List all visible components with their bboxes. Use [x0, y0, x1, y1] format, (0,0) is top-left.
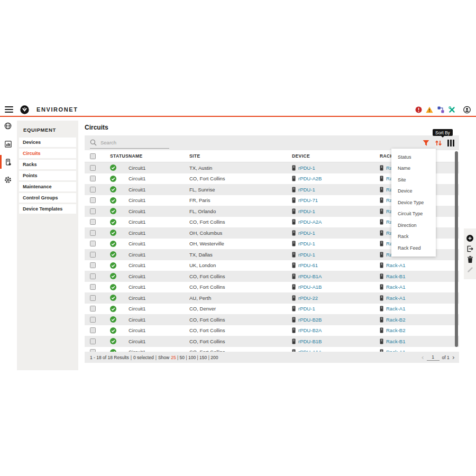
row-checkbox[interactable] [90, 306, 96, 312]
row-checkbox[interactable] [90, 252, 96, 258]
table-row[interactable]: Circuit1 CO, Fort Collins rPDU-A1A Rack-… [85, 347, 459, 352]
table-row[interactable]: Circuit1 CO, Fort Collins rPDU-B1B Rack-… [85, 336, 459, 347]
row-checkbox[interactable] [90, 327, 96, 333]
table-row[interactable]: Circuit1 UK, London rPDU-61 Rack-A1 [85, 260, 459, 271]
device-link[interactable]: rPDU-1 [298, 208, 315, 214]
sort-option-rack[interactable]: Rack [391, 231, 436, 243]
nav-globe-icon[interactable] [0, 117, 16, 135]
device-link[interactable]: rPDU-22 [298, 295, 318, 301]
device-link[interactable]: rPDU-B2A [298, 327, 322, 333]
row-checkbox[interactable] [90, 176, 96, 181]
device-link[interactable]: rPDU-B1B [298, 338, 322, 344]
sort-option-rack-feed[interactable]: Rack Feed [391, 242, 436, 254]
sidebar-item-maintenance[interactable]: Maintenance [19, 182, 76, 191]
select-all-checkbox[interactable] [90, 153, 96, 159]
col-device[interactable]: DEVICE [292, 150, 380, 162]
sidebar-item-racks[interactable]: Racks [19, 160, 76, 169]
rack-link[interactable]: Rack-A1 [386, 295, 405, 301]
integrations-icon[interactable] [437, 106, 444, 113]
row-checkbox[interactable] [90, 349, 96, 352]
critical-alarm-icon[interactable] [415, 106, 422, 113]
device-link[interactable]: rPDU-A2A [298, 219, 322, 225]
search-box[interactable] [90, 138, 169, 149]
table-row[interactable]: Circuit1 AU, Perth rPDU-22 Rack-A1 [85, 292, 459, 304]
search-input[interactable] [99, 139, 165, 146]
table-scrollbar[interactable] [455, 151, 458, 347]
sidebar-item-devices[interactable]: Devices [19, 138, 76, 147]
row-checkbox[interactable] [90, 317, 96, 323]
next-page-icon[interactable]: › [452, 354, 455, 361]
user-account-icon[interactable] [463, 106, 471, 113]
rack-link[interactable]: Rack-A1 [386, 349, 405, 352]
sort-option-site[interactable]: Site [391, 174, 436, 186]
rack-link[interactable]: Rack-B1 [386, 338, 405, 344]
sort-option-status[interactable]: Status [391, 151, 436, 163]
sort-option-name[interactable]: Name [391, 163, 436, 175]
row-checkbox[interactable] [90, 197, 96, 203]
device-link[interactable]: rPDU-1 [298, 241, 315, 246]
device-link[interactable]: rPDU-B1A [298, 273, 322, 279]
rack-link[interactable]: Rack-A1 [386, 306, 405, 312]
row-checkbox[interactable] [90, 208, 96, 214]
table-row[interactable]: Circuit1 CO, Fort Collins rPDU-B1A Rack-… [85, 271, 459, 282]
nav-equipment-icon[interactable] [0, 153, 16, 171]
page-number-input[interactable] [427, 354, 440, 361]
page-size-150[interactable]: 150 [199, 355, 207, 360]
nav-settings-gear-icon[interactable] [0, 171, 16, 189]
prev-page-icon[interactable]: ‹ [421, 354, 424, 361]
page-size-25[interactable]: 25 [171, 355, 176, 360]
columns-icon[interactable] [447, 140, 454, 147]
sort-option-device[interactable]: Device [391, 186, 436, 197]
filter-icon[interactable] [423, 140, 429, 147]
rack-link[interactable]: Rack-A1 [386, 262, 405, 268]
row-checkbox[interactable] [90, 219, 96, 225]
col-status[interactable]: STATUS [106, 153, 129, 159]
col-name[interactable]: NAME [129, 150, 189, 162]
device-link[interactable]: rPDU-A2B [298, 176, 322, 181]
table-row[interactable]: Circuit1 CO, Fort Collins rPDU-A1B Rack-… [85, 282, 459, 293]
device-link[interactable]: rPDU-B2B [298, 317, 322, 323]
row-checkbox[interactable] [90, 241, 96, 246]
delete-button[interactable] [467, 256, 473, 263]
row-checkbox[interactable] [90, 295, 96, 301]
table-row[interactable]: Circuit1 CO, Denver rPDU-1 Rack-A1 [85, 304, 459, 315]
page-size-50[interactable]: 50 [180, 355, 185, 360]
row-checkbox[interactable] [90, 165, 96, 171]
device-link[interactable]: rPDU-1 [298, 187, 315, 193]
rack-link[interactable]: Rack-B2 [386, 317, 405, 323]
device-link[interactable]: rPDU-1 [298, 306, 315, 312]
menu-icon[interactable] [5, 106, 13, 113]
device-link[interactable]: rPDU-71 [298, 197, 318, 203]
sort-option-device-type[interactable]: Device Type [391, 197, 436, 208]
sidebar-item-device-templates[interactable]: Device Templates [19, 204, 76, 214]
row-checkbox[interactable] [90, 187, 96, 193]
sort-option-circuit-type[interactable]: Circuit Type [391, 208, 436, 220]
sidebar-item-control-groups[interactable]: Control Groups [19, 193, 76, 203]
device-link[interactable]: rPDU-1 [298, 230, 315, 236]
table-row[interactable]: Circuit1 CO, Fort Collins rPDU-B2B Rack-… [85, 314, 459, 325]
page-size-100[interactable]: 100 [188, 355, 196, 360]
table-row[interactable]: Circuit1 CO, Fort Collins rPDU-B2A Rack-… [85, 325, 459, 336]
maintenance-tools-icon[interactable] [448, 106, 455, 113]
device-link[interactable]: rPDU-A1A [298, 349, 322, 352]
row-checkbox[interactable] [90, 284, 96, 290]
sidebar-item-points[interactable]: Points [19, 171, 76, 180]
device-link[interactable]: rPDU-1 [298, 165, 315, 171]
export-button[interactable] [466, 245, 473, 252]
sidebar-item-circuits[interactable]: Circuits [19, 149, 76, 158]
sort-option-direction[interactable]: Direction [391, 219, 436, 231]
sort-icon[interactable] [435, 140, 442, 147]
nav-dashboard-icon[interactable] [0, 135, 16, 153]
row-checkbox[interactable] [90, 338, 96, 344]
col-site[interactable]: SITE [189, 150, 292, 162]
device-link[interactable]: rPDU-A1B [298, 284, 322, 290]
rack-link[interactable]: Rack-B1 [386, 273, 405, 279]
device-link[interactable]: rPDU-1 [298, 252, 315, 258]
row-checkbox[interactable] [90, 273, 96, 279]
add-circuit-button[interactable] [466, 235, 473, 242]
page-size-200[interactable]: 200 [210, 355, 218, 360]
rack-link[interactable]: Rack-A1 [386, 284, 405, 290]
row-checkbox[interactable] [90, 262, 96, 268]
warning-alarm-icon[interactable] [426, 106, 433, 113]
rack-link[interactable]: Rack-B2 [386, 327, 405, 333]
